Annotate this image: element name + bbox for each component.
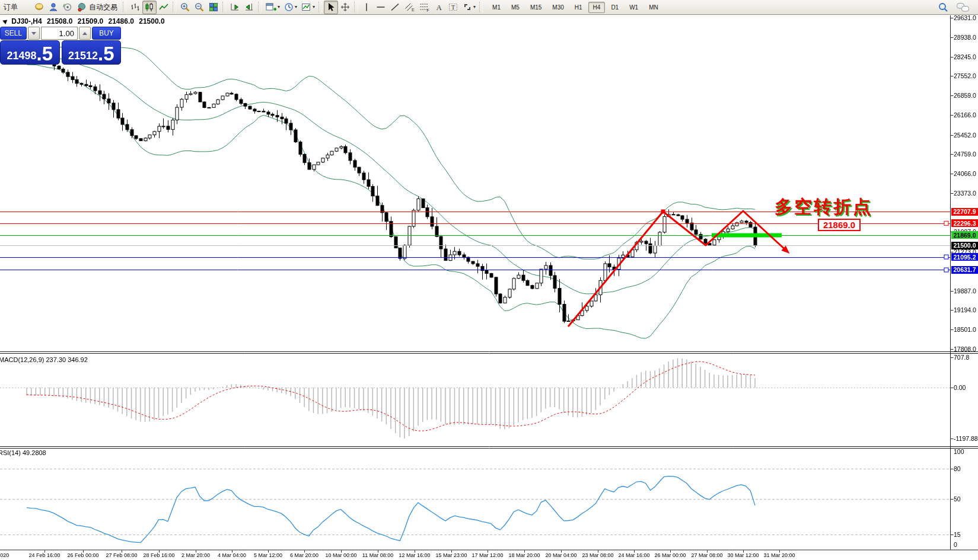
rsi-label: RSI(14) 49.2808: [0, 449, 46, 456]
price-chip: 21095.2: [951, 253, 978, 261]
new-chart-icon[interactable]: ▾: [263, 1, 282, 14]
line-chart-icon[interactable]: [157, 1, 171, 14]
timeframe-button-m1[interactable]: M1: [488, 2, 505, 13]
time-label: 6 Mar 20:00: [290, 552, 318, 558]
one-click-trading-panel: SELL 1.00 BUY 21498.5 21512.5: [0, 27, 121, 65]
time-label: 28 Feb 16:00: [143, 552, 174, 558]
market-watch-icon[interactable]: [32, 1, 46, 14]
volume-input[interactable]: 1.00: [41, 27, 78, 40]
time-label: 18 Mar 20:00: [508, 552, 540, 558]
toolbar-separator: [354, 2, 358, 12]
buy-price-main: 21512: [68, 48, 98, 63]
time-label: 4 Mar 04:00: [218, 552, 246, 558]
tile-windows-icon[interactable]: [206, 1, 221, 14]
zoom-in-icon[interactable]: [178, 1, 192, 14]
auto-scroll-icon[interactable]: [228, 1, 242, 14]
svg-text:F: F: [427, 8, 429, 12]
time-label: 11 Mar 08:00: [362, 552, 393, 558]
timeframe-button-w1[interactable]: W1: [625, 2, 643, 13]
dropdown-caret: ▾: [313, 5, 315, 9]
macd-label: MACD(12,26,9) 237.30 346.92: [0, 356, 88, 363]
timeframe-button-mn[interactable]: MN: [644, 2, 663, 13]
equidistant-channel-icon[interactable]: E: [402, 1, 417, 14]
buy-button[interactable]: BUY: [92, 27, 121, 40]
bar-chart-icon[interactable]: [128, 1, 142, 14]
toolbar-separator: [173, 2, 176, 12]
quote-close: 21500.0: [139, 17, 164, 25]
chart-canvas[interactable]: [0, 0, 978, 560]
time-label: 17 Mar 12:00: [472, 552, 503, 558]
toolbar-separator: [479, 2, 483, 12]
sell-price-main: 21498: [7, 48, 36, 63]
sell-price-frac: .5: [37, 44, 53, 63]
cursor-icon[interactable]: [324, 1, 338, 14]
timeframe-button-m15[interactable]: M15: [525, 2, 546, 13]
chat-icon[interactable]: [954, 1, 972, 14]
vertical-line-icon[interactable]: [359, 1, 374, 14]
candlestick-chart-icon[interactable]: [142, 1, 157, 14]
price-tick: 24066.0: [954, 170, 976, 177]
price-tick: 29631.0: [954, 14, 976, 21]
new-order-button[interactable]: 新订单: [1, 1, 32, 14]
data-window-icon[interactable]: [46, 1, 60, 14]
quote-high: 21509.0: [78, 17, 103, 25]
time-label: 15 Mar 23:00: [435, 552, 467, 558]
time-label: 24 Feb 2020: [0, 552, 9, 558]
dropdown-caret: ▾: [473, 5, 476, 9]
chart-shift-icon[interactable]: [242, 1, 256, 14]
profiles-icon[interactable]: ▾: [282, 1, 299, 14]
sell-button[interactable]: SELL: [0, 27, 27, 40]
text-icon[interactable]: A: [432, 1, 446, 14]
time-label: 20 Mar 04:00: [545, 552, 576, 558]
svg-text:T: T: [451, 4, 455, 11]
symbol-marker-icon: [2, 18, 7, 24]
quote-low: 21486.0: [109, 17, 134, 25]
price-tick: 19194.0: [954, 306, 976, 313]
fibonacci-icon[interactable]: F: [417, 1, 432, 14]
toolbar-separator: [222, 2, 226, 12]
price-level-annotation[interactable]: 21869.0: [818, 219, 861, 231]
volume-increase-button[interactable]: [79, 27, 91, 40]
turning-point-annotation[interactable]: 多空转折点: [775, 195, 872, 219]
signal-icon[interactable]: [60, 1, 75, 14]
price-tick: 23373.0: [954, 190, 976, 197]
rsi-axis-tick: 100: [954, 448, 964, 455]
time-label: 31 Mar 20:00: [763, 552, 795, 558]
crosshair-icon[interactable]: [338, 1, 352, 14]
quote-open: 21508.0: [47, 17, 72, 25]
buy-price-button[interactable]: 21512.5: [62, 40, 122, 65]
svg-text:E: E: [412, 8, 415, 12]
arrows-tool-icon[interactable]: ▾: [460, 1, 477, 14]
zoom-out-icon[interactable]: [192, 1, 206, 14]
search-icon[interactable]: [936, 1, 951, 14]
horizontal-line-icon[interactable]: [374, 1, 388, 14]
timeframe-button-m30[interactable]: M30: [547, 2, 568, 13]
price-tick: 24759.0: [954, 151, 976, 158]
quote-line: DJ30-,H4 21508.0 21509.0 21486.0 21500.0: [2, 17, 168, 25]
toolbar-separator: [318, 2, 322, 12]
rsi-axis-tick: 15: [954, 531, 961, 538]
price-tick: 28938.0: [954, 34, 976, 41]
auto-trading-button[interactable]: 自动交易: [75, 1, 121, 14]
macd-values: 237.30 346.92: [46, 356, 87, 363]
timeframe-button-m5[interactable]: M5: [506, 2, 524, 13]
timeframe-button-h1[interactable]: H1: [570, 2, 587, 13]
timeframe-button-d1[interactable]: D1: [606, 2, 623, 13]
up-arrow-icon: [82, 32, 87, 35]
buy-price-frac: .5: [98, 44, 114, 63]
rsi-axis-tick: 0: [954, 541, 957, 548]
text-label-icon[interactable]: T: [446, 1, 460, 14]
symbol-period: DJ30-,H4: [11, 17, 42, 25]
sell-price-button[interactable]: 21498.5: [0, 40, 60, 65]
price-chip: 21869.0: [951, 231, 978, 239]
trendline-icon[interactable]: [388, 1, 402, 14]
time-label: 27 Feb 08:00: [106, 552, 137, 558]
timeframe-button-h4[interactable]: H4: [588, 2, 606, 13]
indicators-icon[interactable]: ▾: [299, 1, 317, 14]
time-label: 24 Mar 16:00: [618, 552, 649, 558]
time-label: 24 Feb 16:00: [28, 552, 60, 558]
volume-decrease-button[interactable]: [28, 27, 40, 40]
price-chip: 22707.9: [951, 208, 978, 216]
time-label: 23 Mar 08:00: [582, 552, 613, 558]
price-tick: 26166.0: [954, 111, 976, 119]
